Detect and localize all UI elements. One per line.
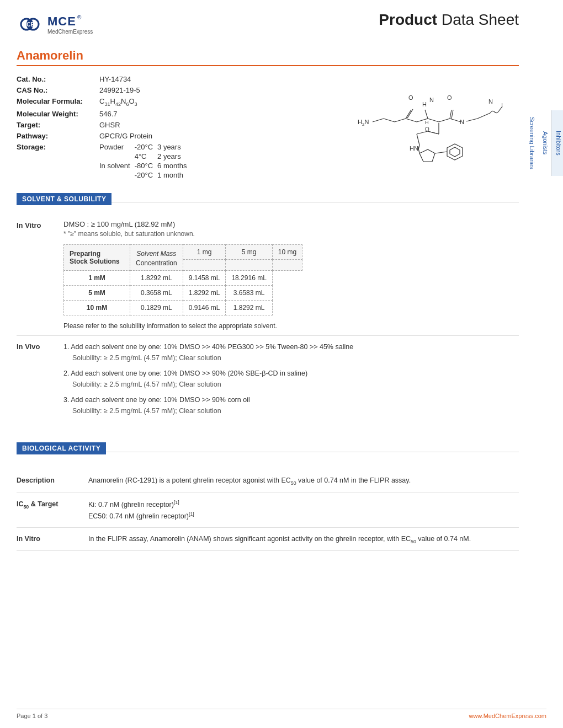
bio-invitro-value: In the FLIPR assay, Anamorelin (ANAM) sh…: [88, 533, 519, 545]
product-info-table: Cat. No.: HY-14734 CAS No.: 249921-19-5 …: [17, 75, 293, 182]
info-row-storage: Storage: Powder-20°C3 years 4°C2 years I…: [17, 143, 293, 179]
svg-text:N: N: [460, 119, 464, 125]
invivo-solubility-1: Solubility: ≥ 2.5 mg/mL (4.57 mM); Clear…: [72, 352, 353, 363]
stock-table-wrapper: PreparingStock Solutions Solvent Mass 1 …: [63, 244, 302, 316]
table-row: 10 mM 0.1829 mL 0.9146 mL 1.8292 mL: [64, 301, 302, 315]
in-vitro-note: * "≥" means soluble, but saturation unkn…: [63, 230, 302, 238]
logo-text: MCE: [47, 14, 76, 29]
bio-invitro-label: In Vitro: [17, 533, 88, 545]
solubility-section-label: SOLVENT & SOLUBILITY: [17, 193, 111, 205]
svg-line-19: [428, 119, 439, 122]
sidebar-navigation[interactable]: Inhibitors Agonists Screening Libraries: [551, 110, 563, 176]
svg-text:H: H: [422, 101, 427, 108]
svg-marker-29: [419, 149, 435, 162]
svg-text:O: O: [408, 94, 413, 101]
conc-1mm: 1 mM: [64, 271, 130, 286]
svg-line-39: [435, 152, 447, 153]
svg-line-16: [406, 119, 417, 122]
svg-line-21: [450, 110, 452, 119]
val-10mm-10mg: 1.8292 mL: [226, 301, 272, 315]
invivo-step-2: 2. Add each solvent one by one: 10% DMSO…: [63, 368, 353, 379]
val-1mm-10mg: 18.2916 mL: [226, 271, 272, 286]
logo-area: MCE MCE® MedChemExpress: [17, 11, 93, 38]
val-1mm-5mg: 9.1458 mL: [183, 271, 226, 286]
svg-text:O: O: [447, 94, 452, 101]
sidebar-screening: Screening Libraries: [529, 117, 535, 169]
svg-line-37: [428, 131, 439, 134]
svg-text:H: H: [425, 120, 429, 125]
svg-line-23: [450, 119, 461, 122]
solubility-header-row: SOLVENT & SOLUBILITY: [17, 193, 519, 212]
svg-line-15: [407, 109, 413, 118]
concentration-subheader: Concentration: [130, 259, 183, 271]
product-name: Anamorelin: [17, 49, 519, 63]
svg-line-33: [417, 134, 419, 145]
in-vivo-content: 1. Add each solvent one by one: 10% DMSO…: [63, 341, 353, 421]
logo-reg: ®: [77, 14, 81, 20]
invivo-item-2: 2. Add each solvent one by one: 10% DMSO…: [63, 368, 353, 390]
bio-ic50-label: IC50 & Target: [17, 499, 88, 522]
in-vivo-solubility: In Vivo 1. Add each solvent one by one: …: [17, 341, 519, 421]
svg-line-13: [395, 119, 406, 122]
invivo-step-1: 1. Add each solvent one by one: 10% DMSO…: [63, 341, 353, 352]
in-vitro-content: DMSO : ≥ 100 mg/mL (182.92 mM) * "≥" mea…: [63, 220, 302, 330]
svg-line-27: [499, 106, 502, 111]
col-5mg: 5 mg: [226, 244, 272, 259]
sidebar-inhibitors: Inhibitors: [555, 131, 562, 156]
svg-line-26: [477, 113, 490, 119]
val-5mm-10mg: 3.6583 mL: [226, 286, 272, 301]
bio-header-row: BIOLOGICAL ACTIVITY: [17, 442, 519, 461]
invivo-solubility-2: Solubility: ≥ 2.5 mg/mL (4.57 mM); Clear…: [72, 379, 353, 390]
bio-row-invitro: In Vitro In the FLIPR assay, Anamorelin …: [17, 528, 519, 552]
val-10mm-1mg: 0.1829 mL: [130, 301, 183, 315]
bio-row-description: Description Anamorelin (RC-1291) is a po…: [17, 469, 519, 493]
info-row-pathway: Pathway: GPCR/G Protein: [17, 132, 293, 140]
table-row: 1 mM 1.8292 mL 9.1458 mL 18.2916 mL: [64, 271, 302, 286]
mce-logo-icon: MCE: [17, 11, 43, 38]
svg-text:N: N: [429, 97, 434, 103]
info-row-weight: Molecular Weight: 546.7: [17, 110, 293, 118]
in-vitro-solubility: In Vitro DMSO : ≥ 100 mg/mL (182.92 mM) …: [17, 220, 519, 330]
footer-page-info: Page 1 of 3: [17, 713, 47, 719]
svg-line-12: [384, 119, 395, 122]
conc-5mm: 5 mM: [64, 286, 130, 301]
bio-row-ic50: IC50 & Target Ki: 0.7 nM (ghrelin recept…: [17, 493, 519, 528]
logo-sub: MedChemExpress: [47, 29, 93, 35]
storage-grid: Powder-20°C3 years 4°C2 years In solvent…: [99, 143, 187, 179]
in-vitro-text: DMSO : ≥ 100 mg/mL (182.92 mM): [63, 220, 302, 228]
bio-activity-section: BIOLOGICAL ACTIVITY Description Anamorel…: [17, 442, 519, 551]
solubility-section: SOLVENT & SOLUBILITY In Vitro DMSO : ≥ 1…: [17, 193, 519, 421]
table-row: 5 mM 0.3658 mL 1.8292 mL 3.6583 mL: [64, 286, 302, 301]
solvent-mass-header: Solvent Mass: [130, 244, 183, 259]
section-inner-divider: [17, 335, 519, 336]
conc-10mm: 10 mM: [64, 301, 130, 315]
bio-description-value: Anamorelin (RC-1291) is a potent ghrelin…: [88, 475, 519, 487]
page-title-area: Product Data Sheet: [379, 11, 519, 29]
invivo-item-3: 3. Add each solvent one by one: 10% DMSO…: [63, 394, 353, 416]
sidebar-agonists: Agonists: [542, 131, 549, 154]
svg-line-18: [425, 110, 428, 119]
product-divider: [17, 65, 519, 66]
info-row-cat: Cat. No.: HY-14734: [17, 75, 293, 83]
info-row-cas: CAS No.: 249921-19-5: [17, 86, 293, 94]
page-title: Product Data Sheet: [379, 11, 519, 28]
svg-marker-30: [447, 144, 463, 160]
val-5mm-1mg: 0.3658 mL: [130, 286, 183, 301]
page-header: MCE MCE® MedChemExpress Product Data She…: [17, 11, 519, 38]
table-footer-note: Please refer to the solubility informati…: [63, 322, 302, 330]
in-vivo-label: In Vivo: [17, 341, 63, 421]
molecule-structure: H2N O H N O I N: [353, 90, 508, 167]
svg-text:MCE: MCE: [22, 22, 35, 28]
stock-solutions-table: PreparingStock Solutions Solvent Mass 1 …: [63, 244, 302, 316]
invivo-solubility-3: Solubility: ≥ 2.5 mg/mL (4.57 mM); Clear…: [72, 405, 353, 416]
col-1mg: 1 mg: [183, 244, 226, 259]
invivo-step-3: 3. Add each solvent one by one: 10% DMSO…: [63, 394, 353, 405]
svg-line-20: [439, 119, 450, 122]
solubility-header-line: [111, 202, 519, 202]
bio-header-line: [106, 452, 519, 452]
info-row-formula: Molecular Formula: C31H42N6O3: [17, 97, 293, 107]
svg-line-25: [466, 119, 477, 121]
svg-line-22: [452, 110, 453, 119]
col-10mg: 10 mg: [272, 244, 302, 259]
val-1mm-1mg: 1.8292 mL: [130, 271, 183, 286]
